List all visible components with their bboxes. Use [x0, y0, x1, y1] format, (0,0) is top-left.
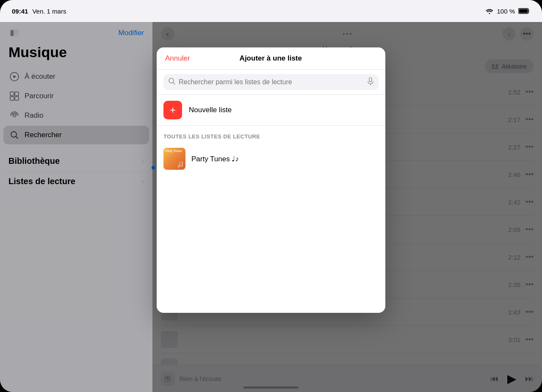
- modal-title: Ajouter à une liste: [240, 54, 302, 63]
- cancel-button[interactable]: Annuler: [165, 54, 190, 63]
- battery-label: 100 %: [497, 8, 515, 15]
- new-playlist-item[interactable]: + Nouvelle liste: [157, 95, 385, 126]
- battery-icon: [518, 8, 530, 14]
- new-playlist-label: Nouvelle liste: [189, 106, 232, 114]
- status-bar: 09:41 Ven. 1 mars 100 %: [0, 0, 542, 22]
- status-date: Ven. 1 mars: [32, 8, 66, 15]
- add-to-list-modal: Annuler Ajouter à une liste: [157, 47, 385, 313]
- plus-icon: +: [163, 101, 182, 119]
- svg-point-15: [178, 166, 180, 167]
- svg-point-16: [181, 165, 183, 166]
- search-bar: [163, 74, 379, 90]
- music-note-icon: [177, 161, 184, 168]
- modal-overlay[interactable]: Annuler Ajouter à une liste: [0, 22, 542, 392]
- search-icon: [169, 78, 175, 86]
- playlists-section-header: Toutes les listes de lecture: [157, 126, 385, 144]
- svg-point-12: [169, 78, 174, 83]
- artwork-gradient: Party Tunes: [163, 148, 185, 170]
- svg-rect-13: [369, 77, 372, 82]
- playlists-list: Party Tunes Party Tunes ♩♪: [157, 144, 385, 313]
- playlist-name: Party Tunes ♩♪: [191, 155, 239, 163]
- svg-rect-1: [519, 9, 528, 13]
- playlist-artwork: Party Tunes: [163, 148, 185, 170]
- search-container: [157, 70, 385, 95]
- microphone-icon[interactable]: [368, 77, 373, 87]
- wifi-icon: [486, 8, 493, 14]
- playlist-item-party-tunes[interactable]: Party Tunes Party Tunes ♩♪: [157, 144, 385, 174]
- status-time: 09:41: [12, 8, 28, 15]
- modal-header: Annuler Ajouter à une liste: [157, 47, 385, 70]
- search-input[interactable]: [179, 78, 364, 86]
- section-header-text: Toutes les listes de lecture: [163, 133, 260, 140]
